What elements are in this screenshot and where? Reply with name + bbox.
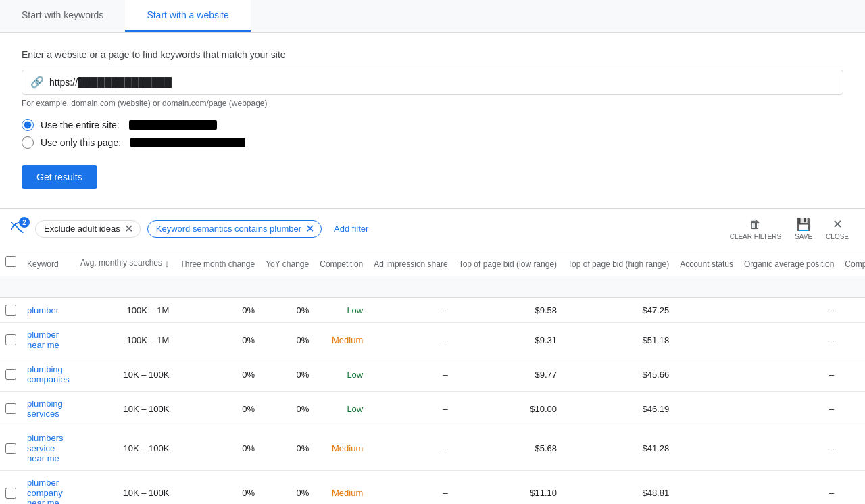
table-wrap: Keyword Avg. monthly searches ↓ Three mo… (0, 249, 865, 504)
row-competition-indexed: 58 (839, 426, 865, 471)
clear-filters-label: CLEAR FILTERS (730, 233, 782, 241)
row-three-month: 0% (174, 426, 260, 471)
header-competition-indexed: Competition (indexed value) (839, 249, 865, 276)
radio-entire-site[interactable]: Use the entire site: (22, 119, 843, 131)
row-account-status (674, 298, 739, 323)
radio-group: Use the entire site: Use only this page: (22, 119, 843, 149)
chip-keyword-semantics-close[interactable]: ✕ (305, 224, 314, 234)
row-competition-indexed: 25 (839, 392, 865, 426)
header-avg-monthly[interactable]: Avg. monthly searches ↓ (75, 249, 175, 276)
header-three-month-label: Three month change (180, 259, 255, 269)
tabs-bar: Start with keywords Start with a website (0, 0, 865, 33)
header-keyword-label: Keyword (27, 259, 59, 269)
row-competition: Low (314, 357, 368, 392)
row-organic-avg: – (739, 426, 839, 471)
radio-only-page[interactable]: Use only this page: (22, 136, 843, 149)
row-top-bid-low: $9.31 (453, 323, 562, 357)
row-checkbox-cell (0, 298, 22, 323)
get-results-button[interactable]: Get results (22, 165, 97, 189)
table-header-row: Keyword Avg. monthly searches ↓ Three mo… (0, 249, 865, 276)
header-account-status-label: Account status (680, 259, 733, 269)
radio-entire-value (129, 120, 217, 130)
row-avg-monthly: 10K – 100K (75, 426, 175, 471)
radio-page-label: Use only this page: (41, 137, 121, 148)
row-three-month: 0% (174, 392, 260, 426)
filter-chip-exclude-adult[interactable]: Exclude adult ideas ✕ (35, 220, 141, 238)
link-icon: 🔗 (30, 76, 44, 89)
header-competition: Competition (314, 249, 368, 276)
row-three-month: 0% (174, 471, 260, 505)
row-organic-avg: – (739, 298, 839, 323)
header-ad-impression-label: Ad impression share (374, 259, 447, 269)
website-form: Enter a website or a page to find keywor… (0, 33, 865, 208)
row-checkbox[interactable] (5, 305, 16, 316)
close-filters-button[interactable]: ✕ CLOSE (820, 214, 854, 243)
row-checkbox[interactable] (5, 403, 16, 414)
header-organic-avg-label: Organic average position (744, 259, 834, 269)
row-keyword[interactable]: plumbing companies (22, 357, 75, 392)
trash-icon: 🗑 (749, 218, 762, 232)
row-competition-indexed: 25 (839, 298, 865, 323)
row-avg-monthly: 10K – 100K (75, 471, 175, 505)
save-icon: 💾 (796, 217, 811, 232)
close-label: CLOSE (826, 233, 849, 241)
header-competition-label: Competition (320, 259, 363, 269)
row-account-status (674, 426, 739, 471)
select-all-checkbox[interactable] (5, 256, 16, 267)
header-ad-impression: Ad impression share (368, 249, 453, 276)
row-organic-avg: – (739, 357, 839, 392)
row-checkbox[interactable] (5, 488, 16, 499)
row-keyword[interactable]: plumber company near me (22, 471, 75, 505)
radio-page-input[interactable] (22, 136, 34, 149)
row-keyword[interactable]: plumber near me (22, 323, 75, 357)
row-checkbox-cell (0, 323, 22, 357)
section-header-label: Keyword ideas (0, 276, 865, 298)
filter-bar: ⛏ 2 Exclude adult ideas ✕ Keyword semant… (0, 208, 865, 249)
header-account-status: Account status (674, 249, 739, 276)
row-avg-monthly: 100K – 1M (75, 298, 175, 323)
row-checkbox[interactable] (5, 443, 16, 454)
row-competition: Low (314, 298, 368, 323)
radio-entire-input[interactable] (22, 119, 34, 131)
row-checkbox-cell (0, 426, 22, 471)
clear-filters-button[interactable]: 🗑 CLEAR FILTERS (724, 215, 787, 243)
row-ad-impression: – (368, 471, 453, 505)
row-keyword[interactable]: plumbers service near me (22, 426, 75, 471)
filter-actions: 🗑 CLEAR FILTERS 💾 SAVE ✕ CLOSE (724, 214, 854, 243)
row-ad-impression: – (368, 392, 453, 426)
filter-chip-keyword-semantics[interactable]: Keyword semantics contains plumber ✕ (147, 220, 322, 238)
row-top-bid-low: $10.00 (453, 392, 562, 426)
table-row: plumbing companies 10K – 100K 0% 0% Low … (0, 357, 865, 392)
row-keyword[interactable]: plumbing services (22, 392, 75, 426)
row-yoy: 0% (260, 471, 314, 505)
row-yoy: 0% (260, 298, 314, 323)
row-checkbox[interactable] (5, 369, 16, 380)
row-avg-monthly: 10K – 100K (75, 392, 175, 426)
header-top-bid-low-label: Top of page bid (low range) (459, 259, 557, 269)
row-checkbox[interactable] (5, 334, 16, 345)
url-input-wrap: 🔗 (22, 70, 843, 95)
row-account-status (674, 471, 739, 505)
header-yoy-label: YoY change (266, 259, 309, 269)
table-row: plumber 100K – 1M 0% 0% Low – $9.58 $47.… (0, 298, 865, 323)
table-row: plumbing services 10K – 100K 0% 0% Low –… (0, 392, 865, 426)
filter-icon-wrap: ⛏ 2 (11, 221, 24, 236)
row-checkbox-cell (0, 357, 22, 392)
row-keyword[interactable]: plumber (22, 298, 75, 323)
header-top-bid-low: Top of page bid (low range) (453, 249, 562, 276)
tab-start-keywords[interactable]: Start with keywords (0, 0, 125, 32)
row-yoy: 0% (260, 323, 314, 357)
header-organic-avg: Organic average position (739, 249, 839, 276)
url-input[interactable] (49, 77, 835, 88)
row-competition: Medium (314, 323, 368, 357)
save-button[interactable]: 💾 SAVE (789, 214, 818, 243)
add-filter-button[interactable]: Add filter (328, 221, 374, 236)
keywords-table: Keyword Avg. monthly searches ↓ Three mo… (0, 249, 865, 504)
row-account-status (674, 392, 739, 426)
header-keyword[interactable]: Keyword (22, 249, 75, 276)
chip-exclude-adult-close[interactable]: ✕ (124, 224, 133, 234)
table-row: plumbers service near me 10K – 100K 0% 0… (0, 426, 865, 471)
row-top-bid-low: $9.58 (453, 298, 562, 323)
tab-start-website[interactable]: Start with a website (125, 0, 250, 32)
table-row: plumber company near me 10K – 100K 0% 0%… (0, 471, 865, 505)
